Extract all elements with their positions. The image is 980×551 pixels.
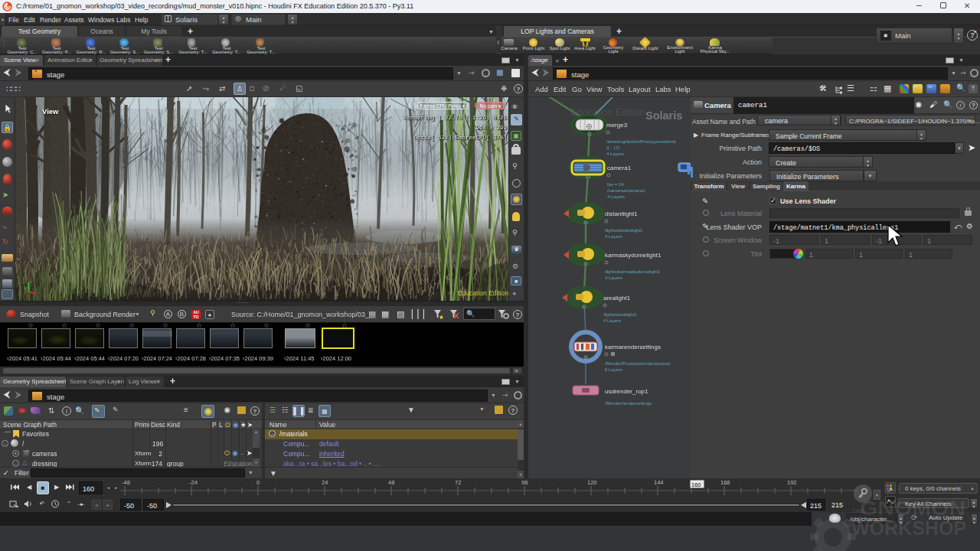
svg-text:4 Layers: 4 Layers [607,194,625,199]
svg-text:160: 160 [691,481,701,488]
svg-text:144: 144 [654,479,664,486]
svg-text:arealight1: arealight1 [603,295,631,302]
svg-text:camera1: camera1 [607,165,632,171]
svg-text:/dressing/debris/Prototypes/de: /dressing/debris/Prototypes/debris [606,139,676,144]
svg-text:⨁: ⨁ [586,123,592,129]
svg-text:fps = 24: fps = 24 [607,182,624,187]
svg-text:3... (7): 3... (7) [606,145,619,150]
svg-text:/lights/distantlight1: /lights/distantlight1 [605,228,643,233]
svg-text:-48: -48 [122,479,130,486]
svg-text:120: 120 [587,479,597,486]
svg-text:4 Layers: 4 Layers [605,234,622,239]
svg-text:6 Layers: 6 Layers [605,367,622,372]
svg-text:96: 96 [521,479,528,486]
svg-text:Solaris: Solaris [645,109,682,122]
svg-text:4 Layers: 4 Layers [606,152,624,156]
svg-text:karmaskydomelight1: karmaskydomelight1 [605,252,662,259]
svg-text:y: y [24,285,27,289]
svg-text:karmarendersettings: karmarendersettings [605,344,661,350]
svg-text:/cameras/camera1: /cameras/camera1 [607,188,645,193]
svg-text:/Render/rendersettings: /Render/rendersettings [605,401,652,406]
svg-text:72: 72 [455,479,461,486]
svg-text:/lights/arealight1: /lights/arealight1 [603,312,637,317]
svg-text:168: 168 [720,479,730,486]
svg-text:24: 24 [322,479,328,486]
svg-text:4 Layers: 4 Layers [605,276,622,280]
svg-text:/lights/karmaskydomelight1: /lights/karmaskydomelight1 [605,269,661,274]
svg-text:4 Layers: 4 Layers [603,318,621,323]
svg-text:0: 0 [256,479,260,486]
svg-text:192: 192 [787,479,797,486]
svg-text:usdrender_rop1: usdrender_rop1 [605,388,648,395]
svg-text:/Render/Products/renderproduct: /Render/Products/renderproduct [605,361,671,366]
svg-text:merge3: merge3 [606,122,628,129]
svg-text:distantlight1: distantlight1 [605,210,638,217]
svg-text:-24: -24 [189,479,198,486]
svg-text:48: 48 [388,479,394,486]
